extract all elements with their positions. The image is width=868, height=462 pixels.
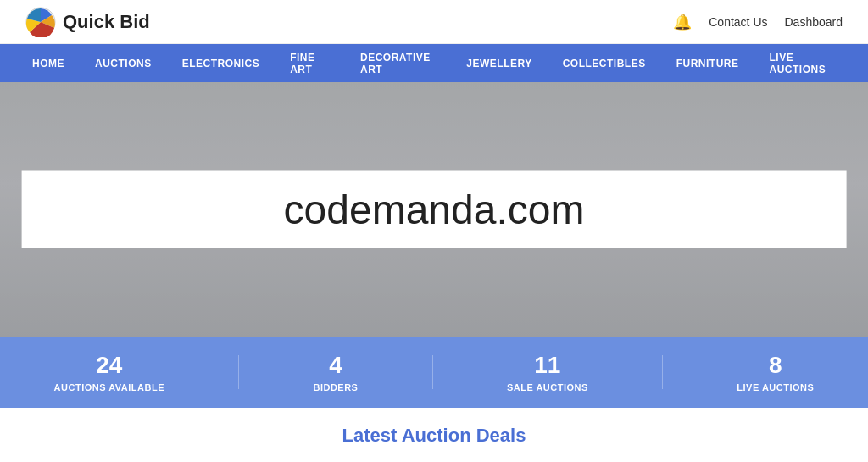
stat-item-3: 8LIVE AUCTIONS (737, 352, 814, 392)
stat-number-2: 11 (507, 352, 588, 379)
contact-us-link[interactable]: Contact Us (709, 15, 767, 29)
stats-bar: 24AUCTIONS AVAILABLE4BIDDERS11SALE AUCTI… (0, 337, 868, 408)
stat-divider-0 (238, 355, 239, 389)
nav-item-live-auctions[interactable]: LIVE AUCTIONS (754, 44, 851, 82)
navbar: HOMEAUCTIONSELECTRONICSFINE ARTDECORATIV… (0, 44, 868, 82)
stat-item-0: 24AUCTIONS AVAILABLE (54, 352, 164, 392)
stat-number-1: 4 (313, 352, 358, 379)
stat-item-2: 11SALE AUCTIONS (507, 352, 588, 392)
header-right: 🔔 Contact Us Dashboard (673, 13, 843, 31)
latest-section: Latest Auction Deals (0, 408, 868, 462)
dashboard-link[interactable]: Dashboard (785, 15, 843, 29)
stat-item-1: 4BIDDERS (313, 352, 358, 392)
stat-label-3: LIVE AUCTIONS (737, 382, 814, 392)
nav-item-fine-art[interactable]: FINE ART (275, 44, 345, 82)
logo-area: Quick Bid (25, 7, 150, 37)
stat-label-0: AUCTIONS AVAILABLE (54, 382, 164, 392)
hero-section: Online Auction Bidding Platform The worl… (0, 82, 868, 337)
nav-item-decorative-art[interactable]: DECORATIVE ART (345, 44, 451, 82)
nav-item-furniture[interactable]: FURNITURE (661, 44, 754, 82)
logo-icon (25, 7, 56, 37)
header: Quick Bid 🔔 Contact Us Dashboard (0, 0, 868, 44)
nav-item-auctions[interactable]: AUCTIONS (80, 44, 167, 82)
nav-item-collectibles[interactable]: COLLECTIBLES (548, 44, 661, 82)
stat-label-2: SALE AUCTIONS (507, 382, 588, 392)
stat-label-1: BIDDERS (313, 382, 358, 392)
nav-item-electronics[interactable]: ELECTRONICS (167, 44, 275, 82)
latest-title: Latest Auction Deals (17, 425, 851, 447)
stat-divider-1 (432, 355, 433, 389)
stat-number-3: 8 (737, 352, 814, 379)
stat-divider-2 (662, 355, 663, 389)
logo-text: Quick Bid (63, 11, 150, 33)
bell-icon[interactable]: 🔔 (673, 13, 692, 31)
nav-item-jewellery[interactable]: JEWELLERY (451, 44, 547, 82)
stat-number-0: 24 (54, 352, 164, 379)
hero-watermark: codemanda.com (22, 171, 847, 248)
nav-item-home[interactable]: HOME (17, 44, 80, 82)
